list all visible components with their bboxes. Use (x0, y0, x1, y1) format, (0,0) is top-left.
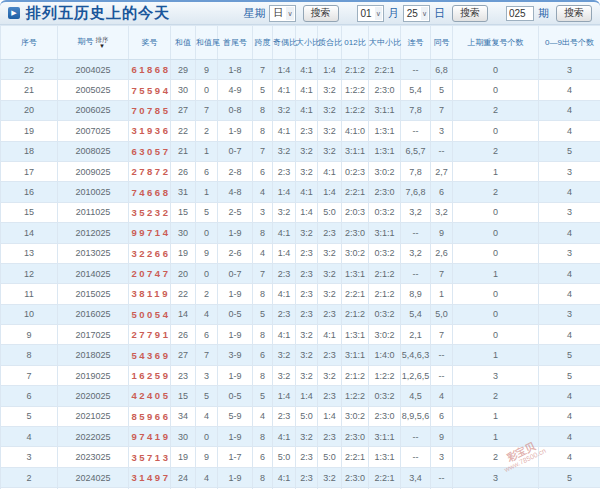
cell-daxiaobi: 2:3 (296, 243, 318, 263)
cell-shouweihao: 0-7 (218, 263, 253, 283)
cell-zhihebi: 3:2 (318, 80, 342, 100)
cell-lianhao: -- (401, 121, 431, 141)
cell-qihao: 2010025 (58, 182, 129, 202)
cell-dazhongxiaobi: 1:3:1 (369, 121, 401, 141)
weekday-select[interactable]: 日 ∨ (269, 5, 295, 22)
cell-qihao: 2007025 (58, 121, 129, 141)
cell-jianghao: 63057 (129, 141, 171, 161)
cell-kuadu: 5 (253, 386, 273, 406)
col-header-chuhao-geshu: 0—9出号个数 (539, 26, 600, 60)
cell-tonghao: 9 (431, 427, 453, 447)
cell-zhihebi: 2:3 (318, 386, 342, 406)
cell-lianhao: 7,8 (401, 161, 431, 181)
cell-jianghao: 85966 (129, 406, 171, 426)
cell-xuhao: 15 (1, 202, 58, 222)
cell-kuadu: 4 (253, 243, 273, 263)
date-search-button[interactable]: 搜索 (452, 5, 488, 22)
cell-hezhi: 26 (171, 161, 196, 181)
cell-xuhao: 9 (1, 325, 58, 345)
cell-bi012: 2:3:0 (342, 467, 369, 487)
cell-hezhi: 29 (171, 60, 196, 80)
chevron-down-icon: ∨ (421, 7, 428, 20)
period-search-button[interactable]: 搜索 (556, 5, 592, 22)
cell-jianghao: 74668 (129, 182, 171, 202)
cell-xuhao: 21 (1, 80, 58, 100)
list-arrow-icon: ▶ (8, 7, 20, 19)
cell-qihao: 2011025 (58, 202, 129, 222)
cell-bi012: 2:1:2 (342, 365, 369, 385)
cell-chuhao-geshu: 4 (539, 263, 600, 283)
day-label: 日 (434, 6, 445, 21)
cell-kuadu: 4 (253, 182, 273, 202)
cell-jioubi: 2:3 (273, 161, 296, 181)
cell-qihao: 2022025 (58, 427, 129, 447)
table-row: 212005025755943004-954:14:13:21:2:22:3:0… (1, 80, 600, 100)
cell-lianhao: -- (401, 447, 431, 467)
cell-shangqi-chongfu: 1 (453, 406, 539, 426)
cell-qihao: 2023025 (58, 447, 129, 467)
cell-jioubi: 1:4 (273, 182, 296, 202)
cell-tonghao: 6 (431, 406, 453, 426)
col-header-lianhao: 连号 (401, 26, 431, 60)
cell-zhihebi: 3:2 (318, 467, 342, 487)
cell-shangqi-chongfu: 1 (453, 161, 539, 181)
cell-jioubi: 2:3 (273, 263, 296, 283)
cell-kuadu: 3 (253, 202, 273, 222)
cell-xuhao: 22 (1, 60, 58, 80)
cell-bi012: 4:1:0 (342, 121, 369, 141)
cell-hezhi: 24 (171, 467, 196, 487)
cell-shouweihao: 0-5 (218, 304, 253, 324)
cell-shangqi-chongfu: 0 (453, 284, 539, 304)
cell-chuhao-geshu: 4 (539, 447, 600, 467)
cell-hezhiwei: 9 (196, 447, 218, 467)
title-bar: ▶ 排列五历史上的今天 星期 日 ∨ 搜索 01 ∨ 月 25 ∨ 日 搜索 (0, 0, 600, 25)
cell-kuadu: 7 (253, 60, 273, 80)
sort-control[interactable]: 排序 ▼ (96, 36, 109, 49)
cell-qihao: 2005025 (58, 80, 129, 100)
cell-qihao: 2017025 (58, 325, 129, 345)
day-select[interactable]: 25 ∨ (403, 5, 430, 22)
cell-hezhi: 19 (171, 243, 196, 263)
cell-dazhongxiaobi: 2:2:1 (369, 60, 401, 80)
col-header-shouweihao: 首尾号 (218, 26, 253, 60)
cell-shouweihao: 4-9 (218, 80, 253, 100)
cell-lianhao: 7,6,8 (401, 182, 431, 202)
cell-lianhao: -- (401, 427, 431, 447)
period-input[interactable] (506, 6, 534, 21)
cell-jianghao: 70785 (129, 100, 171, 120)
cell-hezhiwei: 9 (196, 243, 218, 263)
cell-dazhongxiaobi: 2:3:0 (369, 80, 401, 100)
table-row: 202006025707852770-883:24:13:21:2:23:1:1… (1, 100, 600, 120)
cell-jioubi: 4:1 (273, 325, 296, 345)
cell-bi012: 1:3:1 (342, 263, 369, 283)
cell-xuhao: 19 (1, 121, 58, 141)
cell-shangqi-chongfu: 1 (453, 427, 539, 447)
cell-hezhiwei: 4 (196, 304, 218, 324)
cell-kuadu: 8 (253, 427, 273, 447)
cell-xuhao: 13 (1, 243, 58, 263)
month-select[interactable]: 01 ∨ (357, 5, 384, 22)
cell-chuhao-geshu: 4 (539, 121, 600, 141)
cell-chuhao-geshu: 3 (539, 161, 600, 181)
cell-jianghao: 31936 (129, 121, 171, 141)
cell-shangqi-chongfu: 2 (453, 182, 539, 202)
cell-xuhao: 17 (1, 161, 58, 181)
weekday-search-button[interactable]: 搜索 (303, 5, 339, 22)
cell-lianhao: 6,5,7 (401, 141, 431, 161)
cell-jianghao: 32266 (129, 243, 171, 263)
cell-lianhao: -- (401, 223, 431, 243)
cell-shouweihao: 5-9 (218, 406, 253, 426)
cell-shangqi-chongfu: 0 (453, 202, 539, 222)
cell-zhihebi: 2:3 (318, 304, 342, 324)
cell-shangqi-chongfu: 2 (453, 386, 539, 406)
cell-daxiaobi: 3:2 (296, 345, 318, 365)
cell-zhihebi: 5:0 (318, 447, 342, 467)
cell-bi012: 2:3:0 (342, 223, 369, 243)
cell-zhihebi: 1:4 (318, 60, 342, 80)
cell-chuhao-geshu: 3 (539, 60, 600, 80)
cell-zhihebi: 3:2 (318, 100, 342, 120)
cell-hezhiwei: 3 (196, 365, 218, 385)
cell-kuadu: 8 (253, 284, 273, 304)
cell-daxiaobi: 2:3 (296, 284, 318, 304)
cell-qihao: 2024025 (58, 467, 129, 487)
